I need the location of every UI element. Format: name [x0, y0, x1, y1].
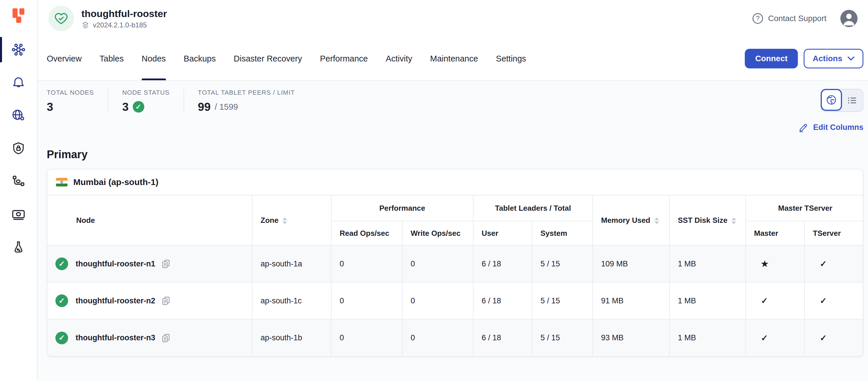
- col-header-user: User: [473, 221, 532, 245]
- connect-button[interactable]: Connect: [745, 49, 798, 68]
- cluster-nav: Overview Tables Nodes Backups Disaster R…: [37, 37, 868, 81]
- bell-icon: [11, 75, 26, 90]
- copy-icon[interactable]: [161, 259, 171, 269]
- node-zone: ap-south-1a: [252, 245, 331, 282]
- stat-value: 99: [198, 100, 211, 113]
- actions-label: Actions: [813, 54, 842, 63]
- globe-gear-icon: [11, 108, 26, 123]
- stat-total-nodes: TOTAL NODES 3: [47, 89, 108, 113]
- tab-activity[interactable]: Activity: [386, 37, 412, 80]
- india-flag-icon: [56, 178, 67, 186]
- sort-icon[interactable]: [732, 217, 736, 224]
- contact-support-label: Contact Support: [768, 14, 827, 23]
- sidebar-item-billing[interactable]: [0, 203, 37, 226]
- write-ops: 0: [402, 245, 473, 282]
- svg-text:?: ?: [756, 15, 760, 22]
- memory-used: 93 MB: [593, 319, 670, 356]
- nodes-page: TOTAL NODES 3 NODE STATUS 3 ✓ TOTAL TABL…: [37, 81, 868, 381]
- map-view-toggle[interactable]: [821, 89, 842, 111]
- actions-button[interactable]: Actions: [804, 49, 863, 68]
- read-ops: 0: [331, 282, 402, 319]
- tab-overview[interactable]: Overview: [47, 37, 82, 80]
- node-zone: ap-south-1b: [252, 319, 331, 356]
- tablet-system: 5 / 15: [532, 319, 593, 356]
- tab-tables[interactable]: Tables: [99, 37, 124, 80]
- col-header-sst[interactable]: SST Disk Size: [670, 195, 746, 245]
- read-ops: 0: [331, 319, 402, 356]
- tab-nodes[interactable]: Nodes: [142, 37, 166, 80]
- table-row[interactable]: ✓ thoughtful-rooster-n2: [47, 282, 863, 319]
- col-header-system: System: [532, 221, 593, 245]
- table-row[interactable]: ✓ thoughtful-rooster-n1: [47, 245, 863, 282]
- tablet-user: 6 / 18: [473, 319, 532, 356]
- copy-icon[interactable]: [161, 296, 171, 306]
- group-header-master-tserver: Master TServer: [746, 195, 863, 221]
- copy-icon[interactable]: [161, 333, 171, 343]
- table-row[interactable]: ✓ thoughtful-rooster-n3: [47, 319, 863, 356]
- help-icon: ?: [752, 13, 764, 24]
- nodes-table: Node Zone Performance Tablet Leaders / T…: [47, 195, 863, 356]
- col-header-zone[interactable]: Zone: [252, 195, 331, 245]
- col-header-memory[interactable]: Memory Used: [593, 195, 670, 245]
- memory-used: 109 MB: [593, 245, 670, 282]
- cluster-name: thoughtful-rooster: [82, 8, 167, 19]
- sst-disk-size: 1 MB: [670, 319, 746, 356]
- tab-backups[interactable]: Backups: [184, 37, 216, 80]
- sidebar-item-integrations[interactable]: [0, 170, 37, 193]
- sst-disk-size: 1 MB: [670, 245, 746, 282]
- stat-value: 3: [122, 100, 128, 113]
- pencil-icon: [799, 122, 809, 132]
- stat-label: TOTAL TABLET PEERS / LIMIT: [198, 89, 295, 96]
- node-healthy-icon: ✓: [55, 258, 68, 270]
- stat-tablet-peers: TOTAL TABLET PEERS / LIMIT 99 / 1599: [198, 89, 309, 113]
- list-view-toggle[interactable]: [841, 89, 863, 111]
- master-mark: ✓: [746, 319, 805, 356]
- view-toggle: [821, 89, 863, 112]
- yugabyte-logo-icon[interactable]: [10, 7, 27, 24]
- region-header: Mumbai (ap-south-1): [47, 170, 863, 195]
- tab-disaster-recovery[interactable]: Disaster Recovery: [234, 37, 302, 80]
- user-avatar[interactable]: [840, 10, 858, 27]
- col-header-tserver: TServer: [805, 221, 863, 245]
- topbar: thoughtful-rooster v2024.2.1.0-b185 ?: [37, 0, 868, 37]
- cluster-version-row: v2024.2.1.0-b185: [82, 21, 167, 29]
- col-header-node: Node: [47, 195, 252, 245]
- sidebar: [0, 0, 37, 381]
- sidebar-item-labs[interactable]: [0, 236, 37, 259]
- sort-icon[interactable]: [282, 217, 287, 224]
- tab-settings[interactable]: Settings: [496, 37, 526, 80]
- group-header-performance: Performance: [331, 195, 473, 221]
- write-ops: 0: [402, 319, 473, 356]
- nav-buttons: Connect Actions: [745, 49, 863, 68]
- tablet-system: 5 / 15: [532, 245, 593, 282]
- col-header-write-ops: Write Ops/sec: [402, 221, 473, 245]
- region-card: Mumbai (ap-south-1) Node Zone: [47, 169, 863, 357]
- main-area: thoughtful-rooster v2024.2.1.0-b185 ?: [37, 0, 868, 381]
- node-name: thoughtful-rooster-n3: [75, 333, 155, 342]
- node-healthy-icon: ✓: [55, 332, 68, 344]
- globe-icon: [825, 94, 837, 106]
- sidebar-item-clusters[interactable]: [0, 38, 37, 61]
- sidebar-item-security[interactable]: [0, 137, 37, 160]
- write-ops: 0: [402, 282, 473, 319]
- user-icon: [840, 10, 858, 27]
- tab-performance[interactable]: Performance: [320, 37, 368, 80]
- col-header-read-ops: Read Ops/sec: [331, 221, 402, 245]
- app-window: thoughtful-rooster v2024.2.1.0-b185 ?: [0, 0, 868, 381]
- sort-icon[interactable]: [654, 217, 659, 224]
- contact-support-button[interactable]: ? Contact Support: [752, 13, 827, 24]
- list-icon: [846, 95, 858, 106]
- sidebar-item-alerts[interactable]: [0, 71, 37, 94]
- workflow-icon: [11, 173, 26, 189]
- flask-icon: [11, 240, 26, 255]
- tablet-user: 6 / 18: [473, 245, 532, 282]
- stat-limit: / 1599: [215, 102, 238, 112]
- sst-disk-size: 1 MB: [670, 282, 746, 319]
- tab-maintenance[interactable]: Maintenance: [430, 37, 478, 80]
- master-mark: ★: [746, 245, 805, 282]
- shield-lock-icon: [11, 141, 26, 156]
- edit-columns-button[interactable]: Edit Columns: [799, 122, 863, 132]
- tablet-user: 6 / 18: [473, 282, 532, 319]
- sidebar-item-network[interactable]: [0, 104, 37, 127]
- cluster-hub-icon: [11, 42, 26, 57]
